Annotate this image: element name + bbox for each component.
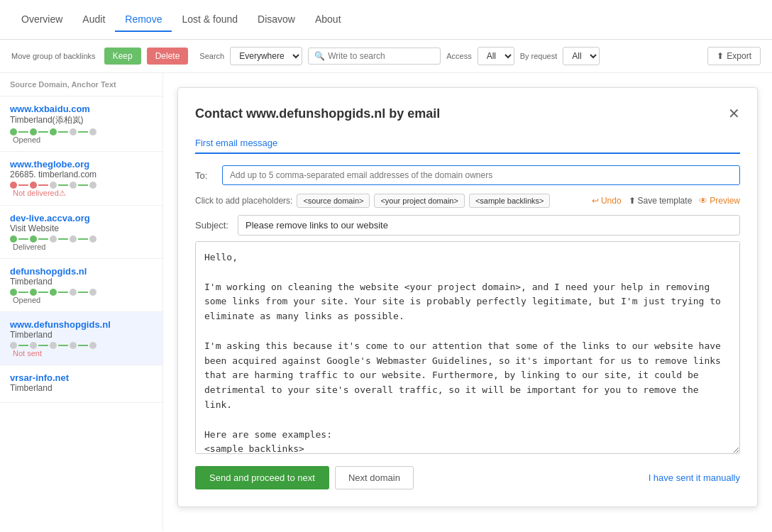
by-request-label: By request: [520, 52, 558, 60]
nav-item-remove[interactable]: Remove: [115, 8, 172, 32]
dots-track: [10, 235, 153, 243]
nav-item-lost-found[interactable]: Lost & found: [172, 8, 248, 32]
main-layout: Source Domain, Anchor Text www.kxbaidu.c…: [0, 73, 772, 530]
tab-first-email[interactable]: First email message: [195, 133, 277, 154]
action-group: ↩ Undo ⬆ Save template 👁 Preview: [592, 196, 740, 206]
export-icon: ⬆: [717, 51, 724, 61]
modal-title: Contact www.defunshopgids.nl by email: [195, 106, 440, 121]
modal-box: Contact www.defunshopgids.nl by email ✕ …: [177, 87, 758, 507]
dots-track: [10, 128, 153, 135]
save-template-icon: ⬆: [629, 196, 636, 206]
tab-bar: First email message: [195, 133, 740, 154]
sidebar-domain: dev-live.accva.org: [10, 213, 153, 223]
modal-overlay: Contact www.defunshopgids.nl by email ✕ …: [163, 73, 772, 530]
preview-button[interactable]: 👁 Preview: [699, 196, 740, 206]
sidebar-item[interactable]: defunshopgids.nlTimberlandOpened: [0, 259, 162, 312]
sidebar: Source Domain, Anchor Text www.kxbaidu.c…: [0, 73, 163, 530]
toolbar: Move group of backlinks Keep Delete Sear…: [0, 40, 772, 73]
placeholder-sample-backlinks[interactable]: <sample backlinks>: [469, 194, 551, 208]
search-label: Search: [199, 52, 224, 60]
keep-button[interactable]: Keep: [104, 48, 141, 65]
close-button[interactable]: ✕: [728, 105, 740, 122]
sidebar-anchor: Timberland: [10, 383, 153, 393]
placeholder-row: Click to add placeholders: <source domai…: [195, 194, 740, 208]
sidebar-item[interactable]: vrsar-info.netTimberland: [0, 365, 162, 403]
subject-label: Subject:: [195, 220, 232, 231]
sidebar-status: Not sent: [13, 349, 153, 358]
sidebar-anchor: Timberland(添柏岚): [10, 114, 153, 126]
sidebar-domain: www.defunshopgids.nl: [10, 319, 153, 330]
sidebar-anchor: 26685. timberland.com: [10, 170, 153, 179]
sidebar-domain: www.theglobe.org: [10, 159, 153, 170]
sidebar-domain: www.kxbaidu.com: [10, 104, 153, 114]
access-label: Access: [446, 52, 471, 60]
sidebar-item[interactable]: www.defunshopgids.nlTimberlandNot sent: [0, 312, 162, 365]
undo-icon: ↩: [592, 196, 599, 206]
undo-button[interactable]: ↩ Undo: [592, 196, 622, 206]
body-textarea[interactable]: [195, 241, 740, 454]
sidebar-domain: defunshopgids.nl: [10, 266, 153, 277]
export-button[interactable]: ⬆ Export: [707, 47, 761, 65]
dots-track: [10, 289, 153, 296]
nav-item-disavow[interactable]: Disavow: [248, 8, 305, 32]
to-label: To:: [195, 170, 216, 181]
preview-icon: 👁: [699, 196, 707, 206]
nav-item-about[interactable]: About: [305, 8, 351, 32]
sidebar-domain: vrsar-info.net: [10, 372, 153, 383]
next-domain-button[interactable]: Next domain: [335, 466, 414, 489]
manual-link[interactable]: I have sent it manually: [649, 472, 740, 483]
move-group-label: Move group of backlinks: [11, 52, 96, 60]
nav-item-audit[interactable]: Audit: [72, 8, 115, 32]
sidebar-status: Not delivered⚠: [13, 189, 153, 198]
dots-track: [10, 182, 153, 189]
to-input[interactable]: [222, 165, 740, 185]
send-button[interactable]: Send and proceed to next: [195, 466, 329, 489]
sidebar-items-container: www.kxbaidu.comTimberland(添柏岚)Openedwww.…: [0, 96, 162, 403]
sidebar-item[interactable]: dev-live.accva.orgVisit WebsiteDelivered: [0, 206, 162, 259]
placeholder-project-domain[interactable]: <your project domain>: [374, 194, 464, 208]
delete-button[interactable]: Delete: [147, 48, 189, 65]
subject-input[interactable]: [238, 215, 740, 235]
sidebar-status: Delivered: [13, 243, 153, 251]
dots-track: [10, 342, 153, 349]
sidebar-anchor: Timberland: [10, 330, 153, 340]
search-box: 🔍: [308, 48, 441, 65]
placeholder-source-domain[interactable]: <source domain>: [297, 194, 370, 208]
placeholder-row-label: Click to add placeholders:: [195, 196, 292, 206]
to-row: To:: [195, 165, 740, 185]
sidebar-status: Opened: [13, 135, 153, 144]
everywhere-dropdown[interactable]: Everywhere: [230, 47, 302, 65]
sidebar-item[interactable]: www.kxbaidu.comTimberland(添柏岚)Opened: [0, 96, 162, 152]
by-request-dropdown[interactable]: All: [563, 47, 600, 65]
nav-item-overview[interactable]: Overview: [11, 8, 72, 32]
access-dropdown[interactable]: All: [478, 47, 514, 65]
sidebar-item[interactable]: www.theglobe.org26685. timberland.comNot…: [0, 152, 162, 206]
modal-header: Contact www.defunshopgids.nl by email ✕: [195, 105, 740, 122]
sidebar-status: Opened: [13, 296, 153, 304]
sidebar-anchor: Timberland: [10, 277, 153, 287]
modal-footer: Send and proceed to next Next domain I h…: [195, 466, 740, 489]
subject-row: Subject:: [195, 215, 740, 235]
sidebar-anchor: Visit Website: [10, 223, 153, 233]
search-icon: 🔍: [314, 51, 325, 61]
sidebar-header: Source Domain, Anchor Text: [0, 73, 162, 96]
navigation: OverviewAuditRemoveLost & foundDisavowAb…: [0, 0, 772, 40]
save-template-button[interactable]: ⬆ Save template: [629, 196, 693, 206]
search-input[interactable]: [328, 51, 434, 61]
